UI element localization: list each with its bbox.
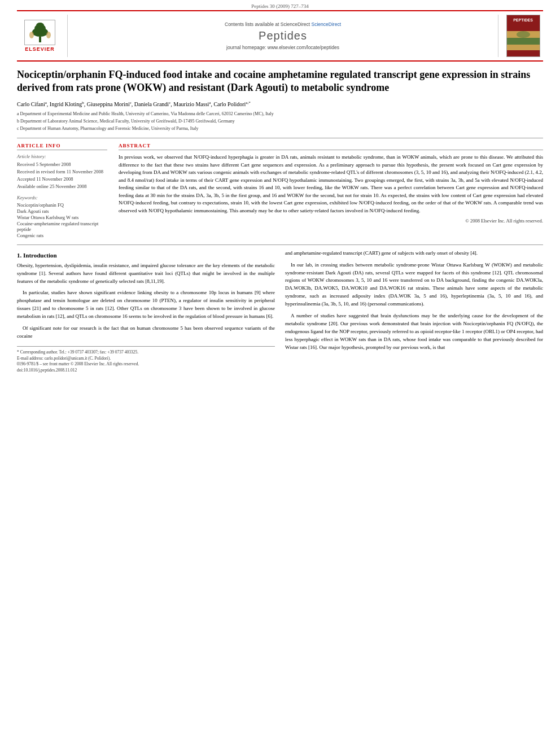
section-divider (17, 138, 543, 138)
svg-rect-12 (507, 45, 540, 50)
intro-title: 1. Introduction (17, 252, 275, 259)
keyword-3: Wistar Ottawa Karlsburg W rats (17, 215, 107, 220)
journal-header: ELSEVIER Contents lists available at Sci… (17, 10, 543, 62)
elsevier-tree-icon (26, 21, 54, 45)
logo-box (24, 20, 55, 45)
keyword-1: Nociceptin/orphanin FQ (17, 202, 107, 208)
svg-point-4 (36, 23, 44, 28)
elsevier-logo-section: ELSEVIER (17, 15, 68, 57)
svg-point-10 (517, 31, 530, 38)
journal-url-text: journal homepage: www.elsevier.com/locat… (226, 45, 339, 50)
intro-body-right: and amphetamine-regulated transcript (CA… (285, 250, 543, 352)
sciencedirect-link[interactable]: ScienceDirect (312, 21, 341, 27)
keyword-4: Cocaine-amphetamine regulated transcript… (17, 221, 107, 232)
abstract-heading: ABSTRACT (119, 143, 543, 150)
footnote-email: E-mail address: carlo.polidori@unicam.it… (17, 356, 275, 362)
abstract-text: In previous work, we observed that N/OFQ… (119, 154, 543, 215)
body-divider (17, 244, 543, 245)
right-para-2: In our lab, in crossing studies between … (285, 261, 543, 309)
intro-para-3: Of significant note for our research is … (17, 325, 275, 340)
article-info-heading: ARTICLE INFO (17, 143, 107, 150)
footnote-issn: 0196-9781/$ – see front matter © 2008 El… (17, 361, 275, 368)
keywords-section: Keywords: Nociceptin/orphanin FQ Dark Ag… (17, 195, 107, 238)
received-date: Received 5 September 2008 (17, 161, 107, 168)
cover-graphic (507, 24, 540, 55)
affiliation-a: a Department of Experimental Medicine an… (17, 111, 543, 117)
journal-cover-section: PEPTIDES (498, 15, 543, 57)
copyright-text: © 2008 Elsevier Inc. All rights reserved… (119, 218, 543, 224)
svg-rect-8 (507, 24, 540, 31)
keyword-2: Dark Agouti rats (17, 208, 107, 214)
svg-rect-11 (507, 38, 540, 45)
citation-bar: Peptides 30 (2009) 727–734 (0, 0, 560, 10)
body-content: 1. Introduction Obesity, hypertension, d… (17, 250, 543, 373)
elsevier-wordmark: ELSEVIER (25, 46, 55, 52)
right-para-3: A number of studies have suggested that … (285, 312, 543, 352)
elsevier-logo: ELSEVIER (24, 20, 55, 52)
body-left-col: 1. Introduction Obesity, hypertension, d… (17, 250, 275, 373)
article-title: Nociceptin/orphanin FQ-induced food inta… (17, 68, 543, 95)
available-date: Available online 25 November 2008 (17, 184, 107, 190)
footnote-section: * Corresponding author. Tel.: +39 0737 4… (17, 346, 275, 373)
footnote-corresponding: * Corresponding author. Tel.: +39 0737 4… (17, 350, 275, 356)
accepted-date: Accepted 11 November 2008 (17, 176, 107, 183)
affiliations: a Department of Experimental Medicine an… (17, 111, 543, 132)
peptides-cover-image: PEPTIDES (506, 15, 540, 57)
footnote-doi: doi:10.1016/j.peptides.2008.11.012 (17, 368, 275, 374)
article-info-column: ARTICLE INFO Article history: Received 5… (17, 143, 107, 239)
journal-title: Peptides (259, 29, 307, 42)
authors-line: Carlo Cifania, Ingrid Klotingb, Giuseppi… (17, 101, 543, 107)
svg-rect-13 (507, 50, 540, 55)
journal-info-center: Contents lists available at ScienceDirec… (68, 15, 498, 57)
main-content: Nociceptin/orphanin FQ-induced food inta… (0, 62, 560, 380)
received-revised-date: Received in revised form 11 November 200… (17, 169, 107, 176)
keywords-label: Keywords: (17, 195, 107, 200)
body-right-col: and amphetamine-regulated transcript (CA… (285, 250, 543, 373)
info-abstract-section: ARTICLE INFO Article history: Received 5… (17, 143, 543, 239)
keyword-5: Congenic rats (17, 233, 107, 238)
affiliation-b: b Department of Laboratory Animal Scienc… (17, 118, 543, 125)
intro-body-left: Obesity, hypertension, dyslipidemia, ins… (17, 262, 275, 340)
citation-text: Peptides 30 (2009) 727–734 (251, 3, 309, 9)
intro-para-1: Obesity, hypertension, dyslipidemia, ins… (17, 262, 275, 286)
cover-journal-name: PEPTIDES (507, 17, 540, 24)
affiliation-c: c Department of Human Anatomy, Pharmacol… (17, 125, 543, 132)
intro-para-2: In particular, studies have shown signif… (17, 289, 275, 321)
svg-point-5 (29, 32, 34, 38)
history-label: Article history: (17, 154, 107, 159)
svg-point-6 (46, 32, 51, 38)
contents-available-text: Contents lists available at ScienceDirec… (225, 21, 341, 27)
abstract-column: ABSTRACT In previous work, we observed t… (119, 143, 543, 239)
right-para-1: and amphetamine-regulated transcript (CA… (285, 250, 543, 257)
page-wrapper: Peptides 30 (2009) 727–734 (0, 0, 560, 747)
svg-rect-1 (39, 37, 41, 42)
